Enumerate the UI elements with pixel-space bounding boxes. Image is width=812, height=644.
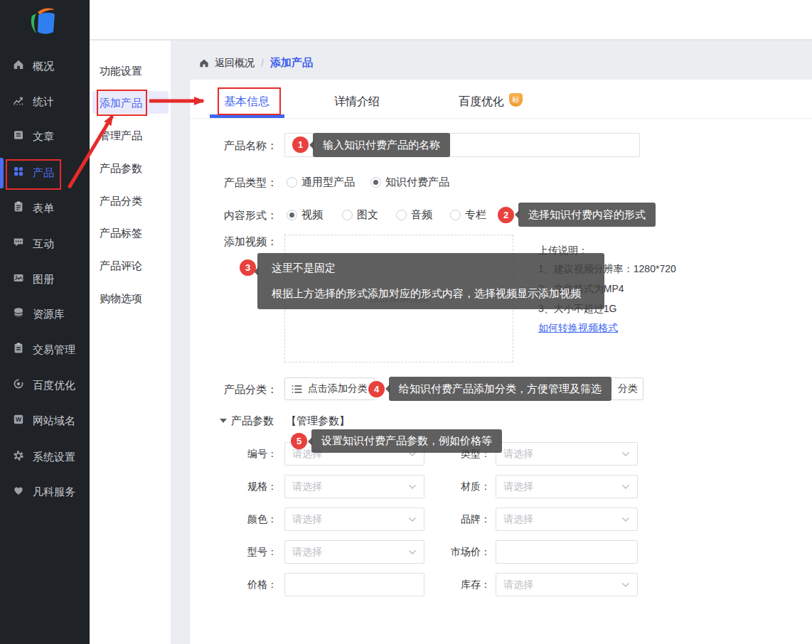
collapse-triangle-icon[interactable] <box>220 419 227 423</box>
radio-audio[interactable] <box>396 210 407 220</box>
radio-video[interactable] <box>287 210 297 220</box>
chevron-down-icon <box>621 582 630 588</box>
submenu-label: 产品标签 <box>100 227 142 240</box>
chevron-down-icon <box>621 484 630 490</box>
breadcrumb-back-link[interactable]: 返回概况 <box>215 57 255 70</box>
chevron-down-icon <box>408 517 417 522</box>
sidebar-item-overview[interactable]: 概况 <box>0 50 90 82</box>
radio-audio-label[interactable]: 音频 <box>411 208 432 222</box>
tab-basic-info[interactable]: 基本信息 <box>224 95 269 109</box>
sidebar-item-label: 文章 <box>33 130 54 144</box>
param-input-price[interactable] <box>284 573 424 596</box>
submenu-item-product-params[interactable]: 产品参数 <box>90 158 171 179</box>
param-label: 规格： <box>212 481 277 493</box>
sidebar-item-fanke-service[interactable]: 凡科服务 <box>0 476 90 508</box>
radio-video-label[interactable]: 视频 <box>301 208 323 222</box>
sidebar-item-label: 资源库 <box>33 308 65 321</box>
tab-detail-intro[interactable]: 详情介绍 <box>334 95 380 109</box>
convert-video-format-link[interactable]: 如何转换视频格式 <box>538 322 618 335</box>
radio-general-product-label[interactable]: 通用型产品 <box>301 176 355 189</box>
sidebar-item-forms[interactable]: 表单 <box>0 193 90 224</box>
sidebar-item-label: 系统设置 <box>33 451 75 464</box>
sidebar-item-interaction[interactable]: 互动 <box>0 228 90 259</box>
radio-image-text-label[interactable]: 图文 <box>357 208 378 222</box>
radio-knowledge-product[interactable] <box>370 177 381 188</box>
chevron-down-icon <box>408 484 417 490</box>
sidebar-item-stats[interactable]: 统计 <box>0 86 90 117</box>
sidebar-item-label: 交易管理 <box>33 343 75 357</box>
param-select-spec[interactable]: 请选择 <box>284 475 424 498</box>
sidebar-item-transactions[interactable]: 交易管理 <box>0 334 90 365</box>
radio-image-text[interactable] <box>342 210 353 220</box>
category-label: 产品分类： <box>212 383 277 397</box>
submenu-item-product-tags[interactable]: 产品标签 <box>90 222 171 244</box>
submenu-item-feature-settings[interactable]: 功能设置 <box>90 60 171 82</box>
breadcrumb-current: 添加产品 <box>270 56 313 70</box>
radio-column-label[interactable]: 专栏 <box>465 208 486 222</box>
domain-icon: W <box>12 413 25 429</box>
param-select-type[interactable]: 请选择 <box>496 442 638 466</box>
submenu-item-add-product[interactable]: 添加产品 <box>90 92 171 114</box>
params-section-title[interactable]: 产品参数 <box>231 414 274 428</box>
sidebar-item-settings[interactable]: 系统设置 <box>0 441 90 473</box>
radio-general-product[interactable] <box>287 177 297 188</box>
submenu-label: 功能设置 <box>100 65 142 78</box>
sidebar-item-label: 图册 <box>33 273 54 286</box>
breadcrumb: 返回概况 / 添加产品 <box>198 56 313 70</box>
sidebar-item-resources[interactable]: 资源库 <box>0 299 90 330</box>
submenu-label: 产品分类 <box>100 195 142 208</box>
sidebar-item-label: 产品 <box>33 166 54 180</box>
tab-baidu-seo[interactable]: 百度优化 <box>459 95 504 109</box>
content-form-label: 内容形式： <box>212 209 277 222</box>
tooltip-3-line2: 根据上方选择的形式添加对应的形式内容，选择视频显示添加视频 <box>272 287 581 301</box>
select-placeholder: 请选择 <box>503 481 621 493</box>
submenu-label: 产品参数 <box>100 162 142 176</box>
sidebar-item-label: 凡科服务 <box>33 485 75 499</box>
sidebar-item-label: 概况 <box>33 60 54 73</box>
gear-icon <box>12 449 25 465</box>
param-label: 品牌： <box>425 513 491 526</box>
submenu-item-product-reviews[interactable]: 产品评论 <box>90 255 171 277</box>
sidebar-item-label: 统计 <box>33 95 54 109</box>
active-tab-underline <box>210 114 284 118</box>
sidebar-item-baidu-seo[interactable]: 百度优化 <box>0 370 90 401</box>
sidebar-item-label: 网站域名 <box>33 414 75 428</box>
select-placeholder: 请选择 <box>292 513 408 526</box>
add-category-button[interactable]: 点击添加分类 <box>284 377 375 400</box>
home-icon <box>12 58 25 74</box>
seo-icon <box>12 377 25 393</box>
param-select-brand[interactable]: 请选择 <box>496 508 638 531</box>
radio-knowledge-product-label[interactable]: 知识付费产品 <box>385 176 449 189</box>
param-select-color[interactable]: 请选择 <box>284 508 424 531</box>
sidebar-item-gallery[interactable]: 图册 <box>0 264 90 295</box>
manage-params-link[interactable]: 【管理参数】 <box>286 414 350 428</box>
select-placeholder: 请选择 <box>503 579 621 591</box>
sidebar-item-articles[interactable]: 文章 <box>0 121 90 152</box>
product-name-label: 产品名称： <box>212 139 277 153</box>
sidebar-item-label: 百度优化 <box>33 379 75 392</box>
select-placeholder: 请选择 <box>292 481 408 493</box>
sidebar-item-products[interactable]: 产品 <box>0 157 90 188</box>
submenu-label: 产品评论 <box>100 259 142 273</box>
database-icon <box>12 306 25 322</box>
submenu-label: 添加产品 <box>100 97 142 110</box>
radio-column[interactable] <box>450 210 461 220</box>
submenu-item-manage-products[interactable]: 管理产品 <box>90 125 171 146</box>
step-1-marker: 1 <box>292 136 309 153</box>
param-select-stock[interactable]: 请选择 <box>496 573 638 596</box>
product-type-label: 产品类型： <box>212 176 277 190</box>
submenu-item-shopping-options[interactable]: 购物选项 <box>90 288 171 309</box>
param-input-market-price[interactable] <box>496 540 638 564</box>
param-select-model[interactable]: 请选择 <box>284 540 424 564</box>
submenu-item-product-categories[interactable]: 产品分类 <box>90 190 171 212</box>
add-product-page: 概况 统计 文章 产品 表单 互动 图册 资源库 交易管理 百度优化 W 网站域… <box>0 0 812 644</box>
param-label: 编号： <box>212 448 277 461</box>
step-3-marker: 3 <box>240 259 256 276</box>
breadcrumb-separator: / <box>261 58 264 69</box>
param-label: 市场价： <box>425 546 491 559</box>
sidebar-item-domain[interactable]: W 网站域名 <box>0 405 90 436</box>
list-icon <box>292 385 302 394</box>
param-select-material[interactable]: 请选择 <box>496 475 638 498</box>
app-logo[interactable] <box>0 0 90 41</box>
clipboard-icon <box>12 342 25 358</box>
